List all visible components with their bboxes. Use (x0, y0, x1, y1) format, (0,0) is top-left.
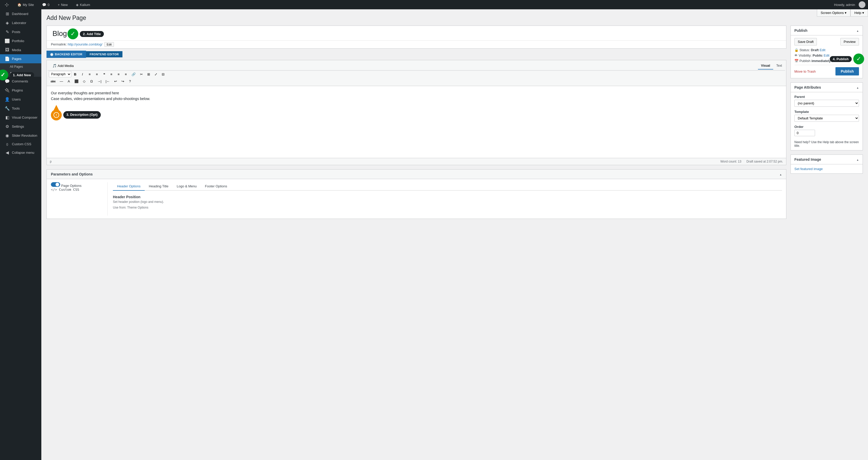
new-label: New (61, 3, 68, 7)
parameters-section: Parameters and Options Page Options (46, 169, 786, 219)
collapse-icon: ◀ (5, 150, 10, 155)
indent-button[interactable]: →| (95, 78, 103, 84)
clear-format-button[interactable]: ◇ (81, 78, 88, 84)
sidebar-item-visual-composer[interactable]: ◧ Visual Composer (0, 113, 41, 122)
order-input[interactable] (795, 130, 815, 136)
undo-button[interactable]: ↩ (112, 78, 119, 84)
sidebar-item-slider-revolution[interactable]: ◉ Slider Revolution (0, 131, 41, 140)
comments-item[interactable]: 💬 0 (40, 0, 52, 9)
move-to-trash-link[interactable]: Move to Trash (795, 69, 815, 73)
custom-css-item[interactable]: </> Custom CSS (51, 188, 104, 191)
site-name-item[interactable]: 🏠 My Site (15, 0, 36, 9)
help-label: Help (854, 11, 861, 15)
text-tab[interactable]: Text (773, 62, 785, 69)
posts-icon: ✎ (5, 29, 10, 34)
use-from-text: Use from: Theme Options (113, 206, 782, 209)
paste-button[interactable]: ⬛ (72, 78, 80, 84)
sidebar-item-media[interactable]: 🖼 Media (0, 45, 41, 54)
help-toolbar-button[interactable]: ? (127, 78, 133, 84)
add-media-button[interactable]: 🎵 Add Media (50, 62, 76, 69)
parameters-header[interactable]: Parameters and Options (47, 170, 786, 179)
bold-button[interactable]: B (72, 71, 79, 77)
page-options-item[interactable]: Page Options (51, 182, 104, 188)
paragraph-select[interactable]: Paragraph (49, 71, 71, 77)
sidebar-item-tools[interactable]: 🔧 Tools (0, 104, 41, 113)
blockquote-button[interactable]: ❝ (101, 71, 107, 77)
admin-bar: ⊹ 🏠 My Site 💬 0 + New ◈ Kalium Howdy, ad… (0, 0, 868, 9)
visual-composer-icon: ◧ (5, 115, 10, 120)
kalium-item[interactable]: ◈ Kalium (74, 0, 92, 9)
align-center-button[interactable]: ≡ (115, 71, 122, 77)
svg-text:!: ! (56, 113, 57, 117)
add-new-label: Add New (10, 71, 23, 75)
insert-more-button[interactable]: ⊞ (145, 71, 152, 77)
visual-tab[interactable]: Visual (758, 62, 773, 69)
align-left-button[interactable]: ≡ (108, 71, 115, 77)
post-title-input[interactable] (49, 27, 784, 40)
text-color-button[interactable]: A (65, 78, 72, 84)
sidebar-item-plugins[interactable]: 🔌 Plugins (0, 86, 41, 95)
align-right-button[interactable]: ≡ (122, 71, 129, 77)
special-char-button[interactable]: Ω (88, 78, 95, 84)
draft-saved-text: Draft saved at 2:07:52 pm. (747, 160, 783, 163)
sidebar-item-portfolio[interactable]: ⬜ Portfolio (0, 36, 41, 45)
status-edit-link[interactable]: Edit (820, 48, 826, 52)
page-attributes-header[interactable]: Page Attributes (791, 83, 863, 92)
sidebar-item-dashboard[interactable]: ⊞ Dashboard (0, 9, 41, 18)
italic-button[interactable]: I (79, 71, 86, 77)
wp-logo-item[interactable]: ⊹ (3, 0, 11, 9)
save-draft-button[interactable]: Save Draft (795, 38, 817, 45)
tab-heading-title[interactable]: Heading Title (145, 182, 173, 191)
sidebar-item-collapse[interactable]: ◀ Collapse menu (0, 148, 41, 157)
screen-options-button[interactable]: Screen Options ▾ (817, 9, 851, 17)
tab-footer-options[interactable]: Footer Options (201, 182, 231, 191)
sidebar-item-pages[interactable]: 📄 Pages (0, 54, 41, 63)
sidebar-item-laborator[interactable]: ◈ Laborator (0, 18, 41, 27)
publish-timing-edit-link[interactable]: Edit (832, 59, 838, 63)
visibility-edit-link[interactable]: Edit (824, 54, 829, 57)
new-content-item[interactable]: + New (56, 0, 70, 9)
sidebar-item-settings[interactable]: ⚙ Settings (0, 122, 41, 131)
hr-button[interactable]: — (58, 78, 65, 84)
frontend-editor-button[interactable]: FRONTEND EDITOR (86, 51, 122, 57)
right-sidebar: Publish Save Draft Preview 🔒 Status: (790, 26, 863, 178)
page-options-toggle[interactable] (51, 182, 60, 187)
page-options-label: Page Options (61, 184, 82, 188)
permalink-url[interactable]: http://yoursite.comblog/ (68, 42, 102, 46)
backend-editor-button[interactable]: ◉ BACKEND EDITOR (46, 51, 86, 58)
outdent-button[interactable]: |← (104, 78, 112, 84)
sidebar-item-all-pages[interactable]: All Pages (0, 63, 41, 70)
frontend-editor-label: FRONTEND EDITOR (90, 53, 119, 56)
order-label: Order (795, 125, 859, 129)
sidebar-item-add-new[interactable]: Add New ✓ 1. Add New (0, 70, 41, 77)
template-label: Template (795, 110, 859, 114)
unordered-list-button[interactable]: ≡ (86, 71, 93, 77)
featured-image-header[interactable]: Featured Image (791, 155, 863, 164)
publish-button[interactable]: Publish (835, 67, 859, 75)
kitchen-sink-button[interactable]: ⊟ (160, 71, 166, 77)
unlink-button[interactable]: ✂ (138, 71, 145, 77)
tab-logo-menu[interactable]: Logo & Menu (173, 182, 201, 191)
help-button[interactable]: Help ▾ (850, 9, 868, 17)
template-select[interactable]: Default Template (795, 115, 859, 122)
link-button[interactable]: 🔗 (130, 71, 137, 77)
editor-content[interactable]: Our everyday thoughts are presented here… (47, 86, 786, 143)
parameters-sidebar: Page Options </> Custom CSS (51, 182, 108, 216)
fullscreen-button[interactable]: ⤢ (152, 71, 159, 77)
sidebar-item-users[interactable]: 👤 Users (0, 95, 41, 104)
permalink-edit-button[interactable]: Edit (104, 42, 114, 47)
preview-button[interactable]: Preview (840, 38, 859, 45)
publish-box-header[interactable]: Publish (791, 26, 863, 35)
tab-header-options[interactable]: Header Options (113, 182, 145, 191)
laborator-icon: ◈ (5, 21, 10, 25)
pages-icon: 📄 (5, 56, 10, 61)
set-featured-image-link[interactable]: Set featured image (795, 167, 823, 171)
sidebar-item-posts[interactable]: ✎ Posts (0, 27, 41, 36)
parameters-toggle-icon (779, 172, 782, 176)
ordered-list-button[interactable]: ≡ (94, 71, 100, 77)
parent-select[interactable]: (no parent) (795, 100, 859, 107)
sidebar-item-comments[interactable]: 💬 Comments (0, 77, 41, 86)
strikethrough-button[interactable]: abc (49, 79, 57, 84)
redo-button[interactable]: ↪ (119, 78, 126, 84)
sidebar-item-custom-css[interactable]: {} Custom CSS (0, 140, 41, 148)
